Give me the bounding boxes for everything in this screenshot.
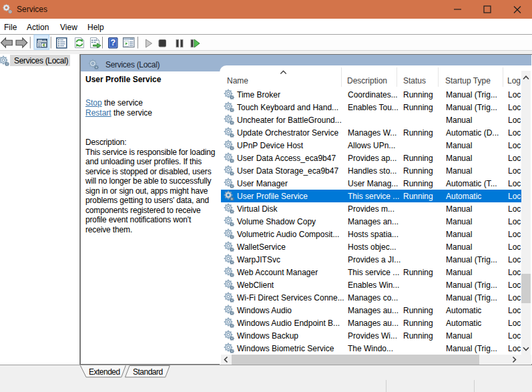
svg-text:?: ?: [110, 38, 115, 47]
